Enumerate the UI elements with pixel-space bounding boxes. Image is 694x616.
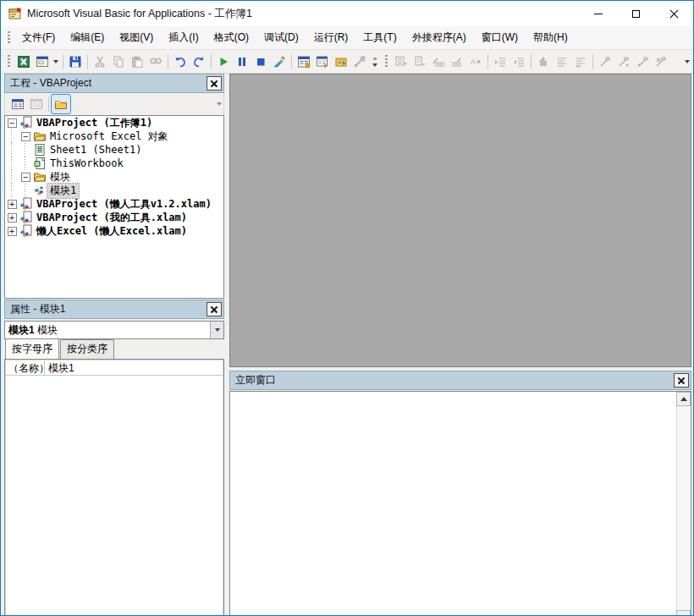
collapse-icon[interactable]: − [19, 129, 32, 143]
toolbar: » A [1, 50, 693, 74]
tree-item-module1[interactable]: 模块1 [5, 184, 223, 197]
project-panel-header[interactable]: 工程 - VBAProject [4, 74, 224, 93]
minimize-button[interactable] [579, 1, 617, 26]
comment-block-icon[interactable] [553, 52, 571, 71]
list-constants-icon[interactable] [410, 52, 429, 71]
menu-edit[interactable]: 编辑(E) [63, 27, 112, 48]
standard-toolbar-options-button[interactable]: » [369, 52, 381, 72]
standard-toolbar-drag-handle[interactable] [8, 55, 10, 69]
tree-item-modules-folder[interactable]: − 模块 [5, 170, 223, 184]
view-object-button[interactable] [27, 95, 46, 113]
uncomment-block-icon[interactable] [571, 52, 590, 71]
property-value[interactable]: 模块1 [45, 360, 223, 375]
tree-item-sheet1[interactable]: Sheet1 (Sheet1) [5, 143, 223, 157]
cut-icon[interactable] [91, 52, 109, 71]
expand-icon[interactable]: + [5, 224, 19, 238]
menu-help[interactable]: 帮助(H) [526, 27, 576, 48]
paste-icon[interactable] [128, 52, 146, 71]
reset-button[interactable] [251, 52, 270, 71]
close-button[interactable] [655, 1, 693, 26]
insert-userform-button[interactable] [33, 52, 52, 71]
menu-debug[interactable]: 调试(D) [256, 27, 306, 48]
immediate-vertical-scrollbar[interactable] [676, 392, 691, 616]
complete-word-icon[interactable]: A [466, 52, 485, 71]
menu-insert[interactable]: 插入(I) [161, 27, 206, 48]
previous-bookmark-icon[interactable] [633, 52, 652, 71]
project-icon [19, 211, 34, 224]
menubar-drag-handle[interactable] [8, 31, 10, 45]
menu-format[interactable]: 格式(O) [207, 27, 256, 48]
project-explorer-button[interactable] [295, 52, 313, 71]
expand-icon[interactable]: + [5, 197, 19, 211]
parameter-info-icon[interactable] [448, 52, 466, 71]
menu-tools[interactable]: 工具(T) [355, 27, 404, 48]
indent-icon[interactable] [491, 52, 509, 71]
folder-open-icon [32, 170, 47, 184]
undo-button[interactable] [171, 52, 190, 71]
menu-file[interactable]: 文件(F) [14, 27, 63, 48]
combo-dropdown-icon[interactable] [210, 322, 223, 338]
vba-main-window: Microsoft Visual Basic for Applications … [0, 0, 694, 616]
tree-item-vbaproject-mytools[interactable]: + VBAProject (我的工具.xlam) [5, 211, 223, 224]
project-panel-toolbar [4, 93, 224, 115]
tree-item-vbaproject-lazytools[interactable]: + VBAProject (懒人工具v1.2.xlam) [5, 197, 223, 211]
save-button[interactable] [66, 52, 85, 71]
toolbox-icon[interactable] [350, 52, 369, 71]
immediate-panel-close-icon[interactable] [674, 373, 689, 388]
toggle-bookmark-icon[interactable] [596, 52, 614, 71]
break-button[interactable] [233, 52, 251, 71]
view-microsoft-excel-button[interactable] [14, 52, 33, 71]
tree-item-lazyexcel[interactable]: + 懒人Excel (懒人Excel.xlam) [5, 224, 223, 238]
project-panel-title: 工程 - VBAProject [10, 76, 207, 91]
copy-icon[interactable] [109, 52, 128, 71]
tree-item-excel-objects-folder[interactable]: − Microsoft Excel 对象 [5, 129, 223, 143]
collapse-icon[interactable]: − [19, 170, 32, 184]
tab-categorized[interactable]: 按分类序 [60, 339, 114, 359]
object-browser-button[interactable] [332, 52, 350, 71]
tab-alphabetic[interactable]: 按字母序 [5, 338, 59, 359]
design-mode-button[interactable] [270, 52, 289, 71]
menu-bar: 文件(F) 编辑(E) 视图(V) 插入(I) 格式(O) 调试(D) 运行(R… [1, 26, 693, 50]
immediate-text-area[interactable] [229, 391, 691, 616]
tree-item-vbaproject-workbook1[interactable]: − VBAProject (工作簿1) [5, 116, 223, 129]
scroll-up-icon[interactable] [676, 392, 691, 406]
list-properties-methods-icon[interactable] [392, 52, 410, 71]
properties-panel-title: 属性 - 模块1 [10, 302, 207, 316]
tree-item-label: Sheet1 (Sheet1) [47, 144, 144, 156]
project-panel-close-icon[interactable] [207, 76, 222, 91]
selected-object-name: 模块1 [8, 324, 35, 336]
tree-item-label: VBAProject (工作簿1) [34, 116, 155, 130]
run-sub-button[interactable] [214, 52, 233, 71]
toggle-folders-button[interactable] [52, 95, 70, 113]
project-toolbar-options-button[interactable] [217, 102, 222, 106]
object-selector-combobox[interactable]: 模块1 模块 [4, 321, 224, 339]
immediate-window-panel: 立即窗口 [229, 371, 691, 616]
expand-icon[interactable]: + [5, 211, 19, 224]
collapse-icon[interactable]: − [5, 116, 19, 129]
properties-panel-close-icon[interactable] [207, 302, 222, 316]
edit-toolbar-options-button[interactable] [681, 52, 693, 72]
menu-view[interactable]: 视图(V) [112, 27, 161, 48]
redo-button[interactable] [190, 52, 208, 71]
maximize-button[interactable] [617, 1, 655, 26]
menu-run[interactable]: 运行(R) [306, 27, 356, 48]
properties-panel-header[interactable]: 属性 - 模块1 [4, 300, 224, 319]
menu-addins[interactable]: 外接程序(A) [405, 27, 474, 48]
view-code-button[interactable] [8, 95, 27, 113]
toggle-breakpoint-icon[interactable] [534, 52, 553, 71]
clear-all-bookmarks-icon[interactable] [652, 52, 670, 71]
menu-window[interactable]: 窗口(W) [474, 27, 526, 48]
mdi-client-area: 立即窗口 [224, 74, 693, 616]
find-icon[interactable] [146, 52, 165, 71]
quick-info-icon[interactable] [429, 52, 448, 71]
properties-window-button[interactable] [313, 52, 332, 71]
property-row-name[interactable]: （名称） 模块1 [6, 360, 223, 376]
insert-object-dropdown[interactable] [52, 52, 60, 71]
immediate-panel-header[interactable]: 立即窗口 [229, 371, 691, 390]
scroll-down-icon[interactable] [676, 610, 691, 616]
workbook-icon [32, 157, 47, 170]
edit-toolbar-drag-handle[interactable] [385, 55, 388, 69]
next-bookmark-icon[interactable] [614, 52, 633, 71]
tree-item-thisworkbook[interactable]: ThisWorkbook [5, 157, 223, 170]
outdent-icon[interactable] [509, 52, 528, 71]
